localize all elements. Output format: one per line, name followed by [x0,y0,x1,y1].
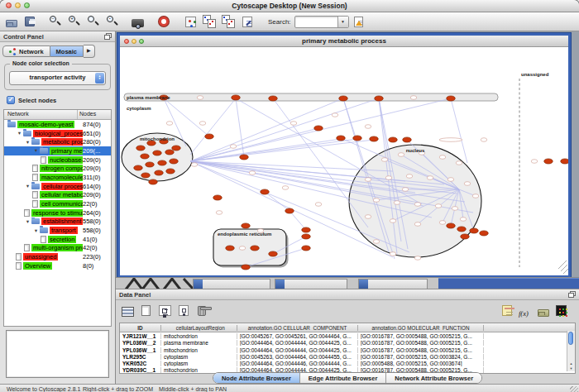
stepper-icon[interactable]: ▲▼ [95,73,104,84]
expander-icon[interactable]: ▼ [32,228,40,233]
network-label: nitrogen compo [40,165,83,172]
snapshot-icon[interactable] [132,19,144,27]
notepad-icon[interactable] [502,305,512,316]
column-header[interactable]: _cellularLayoutRegion [161,325,237,331]
table-row[interactable]: YJR121W__1mitochondrion[GO:0045267, GO:0… [120,332,575,339]
resize-grip[interactable] [570,386,578,392]
fx-icon[interactable] [519,304,533,318]
table-cell: cytoplasm [161,354,237,360]
table-row[interactable]: YPL036W__1mitochondrion[GO:0044464, GO:0… [120,347,575,353]
tree-row[interactable]: cell communicat22(0) [4,199,111,208]
background-window-fragment[interactable] [358,279,428,289]
tab-label: Mosaic [56,48,77,55]
tree-column-network[interactable]: Network [4,110,78,119]
table-scrollbar[interactable]: ▲▼ [567,331,575,371]
attribute-table[interactable]: ID_cellularLayoutRegionannotation.GO CEL… [119,323,576,374]
zoom-in-icon[interactable] [68,15,81,28]
table-cell: YLR295C [120,354,161,360]
reindex-icon[interactable] [354,17,363,27]
tab-node-attribute-browser[interactable]: Node Attribute Browser [213,373,299,383]
tree-row[interactable]: ▼metabolic process280(0) [4,137,111,146]
tree-row[interactable]: secretion41(0) [4,235,111,244]
zoom-icon[interactable] [24,2,30,8]
attr-table-icon[interactable] [122,307,134,317]
column-header[interactable]: ID [120,325,161,331]
table-cell: YKR052C [120,361,161,366]
tree-row[interactable]: macromolecule311(0) [4,173,111,182]
tree-row[interactable]: ▼establishment of lo558(0) [4,218,111,227]
zoom-icon[interactable] [139,39,144,44]
tree-row[interactable]: mosaic-demo-yeast874(0) [4,120,111,129]
tab-network-attribute-browser[interactable]: Network Attribute Browser [385,373,481,383]
tree-row[interactable]: ▼transport558(0) [4,226,111,235]
app-titlebar[interactable]: Cytoscape Desktop (New Session) [0,0,579,12]
column-header[interactable]: annotation.GO CELLULAR_COMPONENT [237,325,358,331]
table-row[interactable]: YPL036W__2plasma membrane[GO:0044464, GO… [120,340,575,347]
tab-network[interactable]: Network [2,45,50,57]
table-row[interactable]: YLR295Ccytoplasm[GO:0045263, GO:0044464,… [120,353,575,360]
chevron-down-icon[interactable]: ▼ [337,17,348,27]
expander-icon[interactable]: ▼ [24,219,31,224]
birdseye-view[interactable] [6,330,109,378]
tab-edge-attribute-browser[interactable]: Edge Attribute Browser [299,373,385,383]
tab-overflow-arrow-icon[interactable]: ▶ [84,45,95,58]
float-panel-icon[interactable] [568,291,576,298]
expander-icon[interactable]: ▼ [16,131,23,136]
zoom-out-icon[interactable] [49,15,62,28]
tree-row[interactable]: unassigned223(0) [4,252,111,261]
zoom-fit-icon[interactable] [87,15,100,28]
network-label: primary metabo [50,147,83,155]
minimize-icon[interactable] [15,2,21,8]
new-network-icon[interactable] [185,17,196,27]
tree-row[interactable]: nucleobase-209(0) [4,155,111,165]
float-panel-icon[interactable] [104,33,112,40]
new-attr-icon[interactable] [141,305,151,316]
tree-row[interactable]: ▼cellular process614(0) [4,182,111,191]
node-color-dropdown[interactable]: transporter activity ▲▼ [9,71,106,85]
save-icon[interactable] [25,17,35,26]
checkbox-checked-icon[interactable] [7,96,15,104]
close-icon[interactable] [124,39,129,44]
network-label: cell communicat [40,200,83,208]
network-canvas[interactable]: plasma membranecytoplasmmitochondrionnuc… [120,47,568,275]
matrix-icon[interactable] [556,305,567,316]
app-title: Cytoscape Desktop (New Session) [0,0,579,12]
minimize-icon[interactable] [132,39,136,44]
open-icon[interactable] [6,20,17,27]
tree-row[interactable]: ▼primary metabo209(... [4,146,111,155]
scrollbar-thumb[interactable] [568,332,573,345]
expander-icon[interactable]: ▼ [24,140,31,145]
tree-column-nodes[interactable]: Nodes [78,110,111,119]
scrollbar-arrows-icon[interactable]: ▲▼ [567,361,575,371]
expander-icon[interactable]: ▼ [24,184,31,189]
annotation-icon[interactable] [242,17,252,27]
main-toolbar: Search: ▼ [0,12,579,31]
column-header[interactable]: annotation.GO MOLECULAR_FUNCTION [358,325,484,331]
network-view-window[interactable]: primary metabolic process plasma membran… [117,33,571,277]
map-edges-icon[interactable] [222,15,235,28]
help-icon[interactable] [159,17,169,26]
select-attr-icon[interactable] [159,305,171,316]
table-row[interactable]: YKR052Ccytoplasm[GO:0044464, GO:0044446,… [120,360,575,366]
unselect-attr-icon[interactable] [179,305,189,316]
search-input[interactable]: ▼ [294,16,349,28]
tab-mosaic[interactable]: Mosaic [50,45,84,57]
background-window-fragment[interactable] [275,279,347,289]
expander-icon[interactable]: ▼ [32,148,40,153]
tree-row[interactable]: response to stimulu264(0) [4,208,111,218]
map-nodes-icon[interactable] [203,15,216,28]
import-icon[interactable] [538,309,549,317]
table-cell: [GO:0016787, GO:0005215, GO:0003824, G..… [358,354,484,360]
tree-row[interactable]: ▼biological_process651(0) [4,129,111,138]
tree-row[interactable]: nitrogen compo209(0) [4,164,111,173]
tree-row[interactable]: multi-organism pro42(0) [4,244,111,253]
close-icon[interactable] [6,2,12,8]
zoom-sel-icon[interactable] [106,15,119,28]
tree-row[interactable]: cellular metabo209(0) [4,191,111,200]
network-window-titlebar[interactable]: primary metabolic process [120,36,568,47]
trash-icon[interactable] [198,306,206,316]
folder-icon [40,227,48,233]
tree-row[interactable]: Overview8(0) [4,261,111,270]
background-window-fragment[interactable] [193,279,270,289]
network-window-title: primary metabolic process [120,36,568,46]
